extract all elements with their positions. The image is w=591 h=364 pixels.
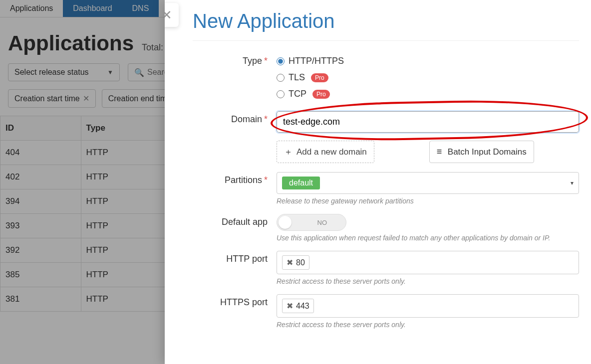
type-option-http[interactable]: HTTP/HTTPS [277,53,579,69]
http-port-input[interactable]: ✖ 80 [277,251,579,274]
add-domain-button[interactable]: ＋ Add a new domain [277,141,374,163]
partitions-select[interactable]: default ▾ [277,172,579,194]
partitions-help: Release to these gateway network partiti… [277,197,579,205]
close-modal-button[interactable]: ✕ [165,3,179,27]
https-port-input[interactable]: ✖ 443 [277,294,579,318]
domain-input[interactable] [277,111,579,133]
https-port-label: HTTPS port [193,294,277,308]
remove-port-icon[interactable]: ✖ [287,258,293,267]
new-application-modal: ✕ New Application Type* HTTP/HTTPS TLS P… [165,0,591,364]
modal-title: New Application [193,10,579,41]
type-option-tls[interactable]: TLS Pro [277,69,579,86]
partition-tag-default[interactable]: default [282,177,320,189]
partitions-label: Partitions* [193,172,277,185]
http-port-label: HTTP port [193,251,277,264]
default-app-help: Use this application when request failed… [277,234,579,242]
pro-badge: Pro [312,90,330,99]
http-port-help: Restrict access to these server ports on… [277,277,579,285]
chevron-down-icon: ▾ [571,180,574,186]
batch-input-domains-button[interactable]: Batch Input Domains [429,141,534,163]
pro-badge: Pro [311,73,328,82]
domain-label: Domain* [193,111,277,125]
default-app-label: Default app [193,214,277,227]
default-app-toggle[interactable]: NO [277,214,346,231]
type-option-tcp[interactable]: TCP Pro [277,86,579,102]
https-port-help: Restrict access to these server ports on… [277,321,579,329]
type-label: Type* [193,53,277,66]
remove-port-icon[interactable]: ✖ [287,301,293,311]
plus-icon: ＋ [284,146,293,158]
list-icon [437,147,444,157]
